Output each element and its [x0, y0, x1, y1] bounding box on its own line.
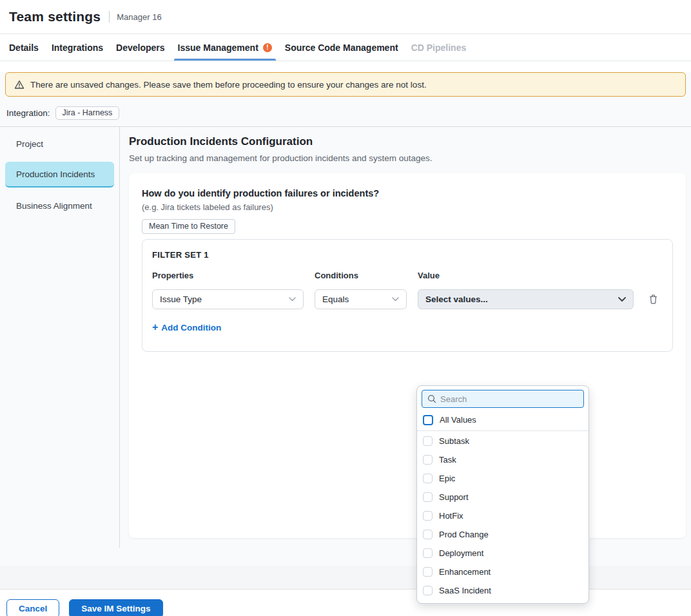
option-label: Subtask	[439, 436, 469, 446]
tab-issue-management[interactable]: Issue Management !	[171, 34, 278, 61]
chevron-down-icon	[618, 297, 626, 302]
option-saas-incident[interactable]: SaaS Incident	[417, 581, 589, 600]
content-area: There are unsaved changes. Please save t…	[0, 72, 691, 566]
condition-select[interactable]: Equals	[315, 289, 407, 309]
option-prod-change[interactable]: Prod Change	[417, 525, 589, 544]
chevron-down-icon	[392, 297, 399, 302]
option-task[interactable]: Task	[417, 450, 589, 469]
settings-sidebar: Project Production Incidents Business Al…	[0, 127, 120, 548]
option-label: SaaS Incident	[439, 586, 491, 595]
checkbox[interactable]	[423, 436, 433, 446]
checkbox[interactable]	[423, 492, 433, 502]
section-subtitle: Set up tracking and management for produ…	[129, 153, 686, 164]
title-divider	[109, 11, 110, 23]
checkbox[interactable]	[423, 567, 433, 577]
tab-integrations[interactable]: Integrations	[45, 34, 110, 61]
main-panel: Production Incidents Configuration Set u…	[120, 127, 691, 548]
plus-icon: +	[152, 322, 158, 332]
incidents-config-card: How do you identify production failures …	[129, 173, 686, 538]
checkbox[interactable]	[423, 530, 433, 539]
warning-badge-icon: !	[263, 43, 272, 52]
option-hotfix[interactable]: HotFix	[417, 506, 589, 525]
save-im-settings-button[interactable]: Save IM Settings	[69, 599, 162, 616]
delete-condition-button[interactable]	[647, 293, 659, 306]
metric-chip: Mean Time to Restore	[142, 219, 235, 234]
option-subtask[interactable]: Subtask	[417, 432, 589, 450]
tab-details[interactable]: Details	[3, 34, 45, 61]
integration-label: Integration:	[6, 108, 50, 118]
integration-chip[interactable]: Jira - Harness	[55, 106, 120, 120]
option-label: HotFix	[439, 511, 463, 521]
option-label: Support	[439, 492, 469, 502]
team-name: Manager 16	[117, 12, 161, 22]
dropdown-search-box	[422, 390, 584, 408]
tab-developers[interactable]: Developers	[110, 34, 171, 61]
conditions-column-header: Conditions	[315, 271, 418, 280]
option-label: Task	[439, 455, 456, 465]
warning-triangle-icon	[14, 80, 24, 90]
option-support[interactable]: Support	[417, 488, 589, 506]
page-title: Team settings	[9, 9, 101, 24]
search-icon	[427, 394, 436, 403]
checkbox[interactable]	[423, 415, 433, 425]
checkbox[interactable]	[423, 586, 433, 595]
option-label: Deployment	[439, 548, 483, 558]
cancel-button[interactable]: Cancel	[6, 599, 59, 616]
dropdown-option-list: Subtask Task Epic Support HotFix Prod Ch…	[417, 432, 589, 604]
filter-set-title: FILTER SET 1	[152, 250, 663, 260]
option-deployment[interactable]: Deployment	[417, 544, 589, 563]
checkbox[interactable]	[423, 548, 433, 558]
chevron-down-icon	[289, 297, 296, 302]
sidebar-item-production-incidents[interactable]: Production Incidents	[5, 162, 114, 188]
value-dropdown-panel: All Values Subtask Task Epic Support	[416, 385, 589, 604]
divider	[417, 430, 589, 431]
unsaved-changes-banner: There are unsaved changes. Please save t…	[5, 72, 686, 97]
config-hint: (e.g. Jira tickets labeled as failures)	[142, 202, 673, 213]
option-label: Prod Change	[439, 530, 489, 539]
option-customer-notification[interactable]: Customer Notification	[417, 600, 589, 604]
integration-row: Integration: Jira - Harness	[6, 105, 691, 120]
option-epic[interactable]: Epic	[417, 469, 589, 488]
tab-bar: Details Integrations Developers Issue Ma…	[0, 34, 691, 61]
option-label: Epic	[439, 474, 455, 483]
properties-column-header: Properties	[152, 271, 315, 280]
checkbox[interactable]	[423, 455, 433, 465]
tab-source-code-management[interactable]: Source Code Management	[278, 34, 405, 61]
checkbox[interactable]	[423, 511, 433, 521]
banner-text: There are unsaved changes. Please save t…	[30, 80, 427, 90]
select-all-option[interactable]: All Values	[417, 410, 589, 429]
add-condition-button[interactable]: + Add Condition	[152, 322, 221, 332]
tab-cd-pipelines: CD Pipelines	[405, 34, 473, 61]
option-label: Enhancement	[439, 567, 491, 577]
filter-condition-row: Issue Type Equals	[152, 289, 663, 309]
sidebar-item-business-alignment[interactable]: Business Alignment	[5, 193, 114, 218]
filter-column-headers: Properties Conditions Value	[152, 271, 663, 280]
dropdown-search-input[interactable]	[440, 394, 578, 404]
property-select[interactable]: Issue Type	[152, 289, 304, 309]
checkbox[interactable]	[423, 474, 433, 483]
page-header: Team settings Manager 16	[0, 0, 691, 34]
value-multiselect[interactable]: Select values...	[418, 289, 634, 309]
value-column-header: Value	[418, 271, 634, 280]
sidebar-item-project[interactable]: Project	[5, 131, 114, 157]
section-title: Production Incidents Configuration	[129, 135, 686, 148]
option-label: All Values	[440, 415, 476, 425]
config-question: How do you identify production failures …	[142, 188, 673, 199]
option-enhancement[interactable]: Enhancement	[417, 563, 589, 581]
trash-icon	[648, 294, 658, 305]
filter-set-card: FILTER SET 1 Properties Conditions Value…	[142, 239, 673, 352]
